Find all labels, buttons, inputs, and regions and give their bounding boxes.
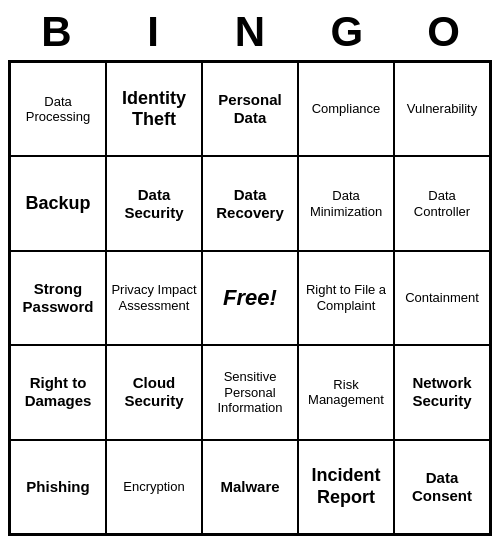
letter-n: N: [202, 8, 299, 56]
letter-o: O: [395, 8, 492, 56]
bingo-cell: Data Recovery: [202, 156, 298, 250]
bingo-header: B I N G O: [8, 8, 492, 56]
letter-i: I: [105, 8, 202, 56]
bingo-cell: Personal Data: [202, 62, 298, 156]
bingo-cell: Encryption: [106, 440, 202, 534]
bingo-cell: Data Minimization: [298, 156, 394, 250]
bingo-grid: Data ProcessingIdentity TheftPersonal Da…: [8, 60, 492, 536]
bingo-cell: Right to Damages: [10, 345, 106, 439]
bingo-cell: Vulnerability: [394, 62, 490, 156]
bingo-cell: Cloud Security: [106, 345, 202, 439]
bingo-cell: Data Consent: [394, 440, 490, 534]
bingo-cell: Risk Management: [298, 345, 394, 439]
bingo-cell: Network Security: [394, 345, 490, 439]
bingo-cell: Identity Theft: [106, 62, 202, 156]
bingo-cell: Incident Report: [298, 440, 394, 534]
bingo-cell: Phishing: [10, 440, 106, 534]
bingo-cell: Malware: [202, 440, 298, 534]
bingo-cell: Sensitive Personal Information: [202, 345, 298, 439]
bingo-cell: Data Security: [106, 156, 202, 250]
bingo-cell: Data Processing: [10, 62, 106, 156]
bingo-cell: Right to File a Complaint: [298, 251, 394, 345]
letter-g: G: [298, 8, 395, 56]
bingo-cell: Backup: [10, 156, 106, 250]
bingo-cell: Containment: [394, 251, 490, 345]
bingo-cell: Privacy Impact Assessment: [106, 251, 202, 345]
bingo-cell: Data Controller: [394, 156, 490, 250]
letter-b: B: [8, 8, 105, 56]
bingo-cell: Free!: [202, 251, 298, 345]
bingo-cell: Compliance: [298, 62, 394, 156]
bingo-cell: Strong Password: [10, 251, 106, 345]
